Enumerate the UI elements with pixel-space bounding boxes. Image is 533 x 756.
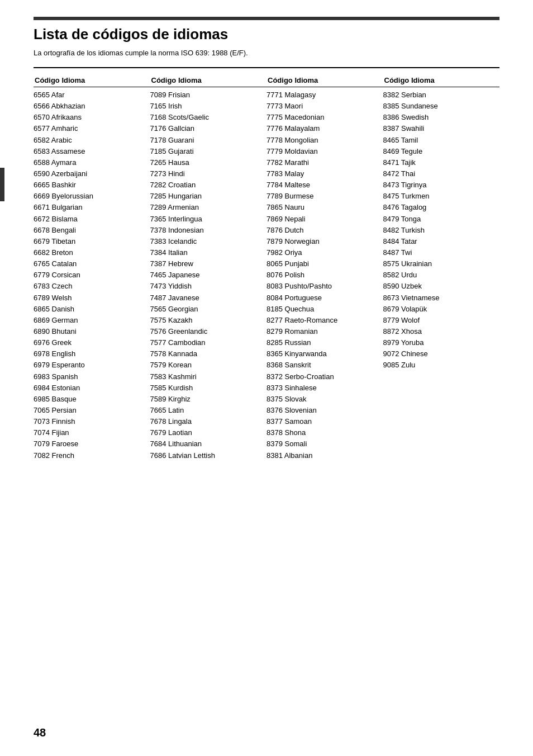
list-item: 8479 Tonga	[383, 214, 500, 225]
list-item: 7583 Kashmiri	[150, 371, 267, 382]
list-item: 7282 Croatian	[150, 179, 267, 191]
list-item: 6672 Bislama	[34, 214, 150, 225]
list-item: 6583 Assamese	[34, 146, 150, 157]
list-item: 7165 Irish	[150, 101, 267, 112]
list-item: 7589 Kirghiz	[150, 394, 267, 405]
list-item: 7387 Hebrew	[150, 258, 267, 270]
list-item: 7783 Malay	[266, 168, 383, 179]
list-item: 6869 German	[34, 315, 150, 326]
list-item: 8372 Serbo-Croatian	[266, 371, 383, 382]
list-item: 8076 Polish	[266, 270, 383, 281]
col2-header: Código Idioma	[150, 76, 267, 84]
list-item: 7383 Icelandic	[150, 236, 267, 247]
list-item: 8779 Wolof	[383, 315, 500, 326]
list-item: 7065 Persian	[34, 405, 150, 416]
list-item: 8379 Somali	[266, 438, 383, 450]
page-number: 48	[34, 726, 46, 739]
list-item: 8482 Turkish	[383, 225, 500, 236]
list-item: 7575 Kazakh	[150, 315, 267, 326]
list-item: 7579 Korean	[150, 360, 267, 371]
list-item: 7082 French	[34, 450, 150, 461]
list-item: 7679 Laotian	[150, 427, 267, 438]
list-item: 7168 Scots/Gaelic	[150, 112, 267, 123]
list-item: 8473 Tigrinya	[383, 179, 500, 191]
list-item: 8378 Shona	[266, 427, 383, 438]
list-item: 7771 Malagasy	[266, 89, 383, 101]
list-item: 6577 Amharic	[34, 123, 150, 134]
list-item: 7079 Faroese	[34, 438, 150, 450]
list-item: 8590 Uzbek	[383, 281, 500, 292]
list-item: 7465 Japanese	[150, 270, 267, 281]
table-header: Código Idioma Código Idioma Código Idiom…	[34, 74, 499, 87]
list-item: 7578 Kannada	[150, 348, 267, 360]
list-item: 8387 Swahili	[383, 123, 500, 134]
list-item: 8279 Romanian	[266, 326, 383, 337]
list-item: 8375 Slovak	[266, 394, 383, 405]
list-item: 6979 Esperanto	[34, 360, 150, 371]
list-item: 7273 Hindi	[150, 168, 267, 179]
list-item: 7285 Hungarian	[150, 191, 267, 202]
list-item: 7775 Macedonian	[266, 112, 383, 123]
list-item: 7876 Dutch	[266, 225, 383, 236]
list-item: 8476 Tagalog	[383, 202, 500, 213]
list-item: 7576 Greenlandic	[150, 326, 267, 337]
list-item: 6570 Afrikaans	[34, 112, 150, 123]
list-item: 8484 Tatar	[383, 236, 500, 247]
list-item: 7565 Georgian	[150, 304, 267, 315]
list-item: 6565 Afar	[34, 89, 150, 101]
list-item: 8277 Raeto-Romance	[266, 315, 383, 326]
list-item: 8368 Sanskrit	[266, 360, 383, 371]
col4-header: Código Idioma	[383, 76, 500, 84]
list-item: 8465 Tamil	[383, 135, 500, 146]
list-item: 8575 Ukrainian	[383, 258, 500, 270]
list-item: 7073 Finnish	[34, 416, 150, 427]
list-item: 6789 Welsh	[34, 292, 150, 304]
list-item: 7865 Nauru	[266, 202, 383, 213]
list-item: 8679 Volapük	[383, 304, 500, 315]
list-item: 9085 Zulu	[383, 360, 500, 371]
page-title: Lista de códigos de idiomas	[34, 26, 499, 43]
list-item: 6890 Bhutani	[34, 326, 150, 337]
list-item: 6665 Bashkir	[34, 179, 150, 191]
list-item: 8373 Sinhalese	[266, 382, 383, 394]
list-item: 7773 Maori	[266, 101, 383, 112]
list-item: 7473 Yiddish	[150, 281, 267, 292]
list-item: 7176 Gallcian	[150, 123, 267, 134]
list-item: 8185 Quechua	[266, 304, 383, 315]
list-item: 6588 Aymara	[34, 157, 150, 168]
list-item: 6590 Azerbaijani	[34, 168, 150, 179]
list-item: 6865 Danish	[34, 304, 150, 315]
column-2: 7089 Frisian7165 Irish7168 Scots/Gaelic7…	[150, 89, 267, 461]
list-item: 8872 Xhosa	[383, 326, 500, 337]
list-item: 6765 Catalan	[34, 258, 150, 270]
list-item: 8365 Kinyarwanda	[266, 348, 383, 360]
list-item: 6985 Basque	[34, 394, 150, 405]
list-item: 7577 Cambodian	[150, 337, 267, 348]
list-item: 6978 English	[34, 348, 150, 360]
list-item: 7289 Armenian	[150, 202, 267, 213]
list-item: 7074 Fijian	[34, 427, 150, 438]
list-item: 8673 Vietnamese	[383, 292, 500, 304]
column-4: 8382 Serbian8385 Sundanese8386 Swedish83…	[383, 89, 500, 461]
list-item: 6566 Abkhazian	[34, 101, 150, 112]
list-item: 7378 Indonesian	[150, 225, 267, 236]
col3-header: Código Idioma	[266, 76, 383, 84]
list-item: 8469 Tegule	[383, 146, 500, 157]
list-item: 7789 Burmese	[266, 191, 383, 202]
divider	[34, 67, 499, 68]
list-item: 8285 Russian	[266, 337, 383, 348]
col1-header: Código Idioma	[34, 76, 150, 84]
list-item: 8377 Samoan	[266, 416, 383, 427]
list-item: 6976 Greek	[34, 337, 150, 348]
list-item: 8471 Tajik	[383, 157, 500, 168]
list-item: 7178 Guarani	[150, 135, 267, 146]
list-item: 8065 Punjabi	[266, 258, 383, 270]
list-item: 8979 Yoruba	[383, 337, 500, 348]
list-item: 6671 Bulgarian	[34, 202, 150, 213]
list-item: 7665 Latin	[150, 405, 267, 416]
top-bar	[34, 17, 499, 20]
list-item: 6779 Corsican	[34, 270, 150, 281]
list-item: 8472 Thai	[383, 168, 500, 179]
list-item: 6984 Estonian	[34, 382, 150, 394]
column-1: 6565 Afar6566 Abkhazian6570 Afrikaans657…	[34, 89, 150, 461]
